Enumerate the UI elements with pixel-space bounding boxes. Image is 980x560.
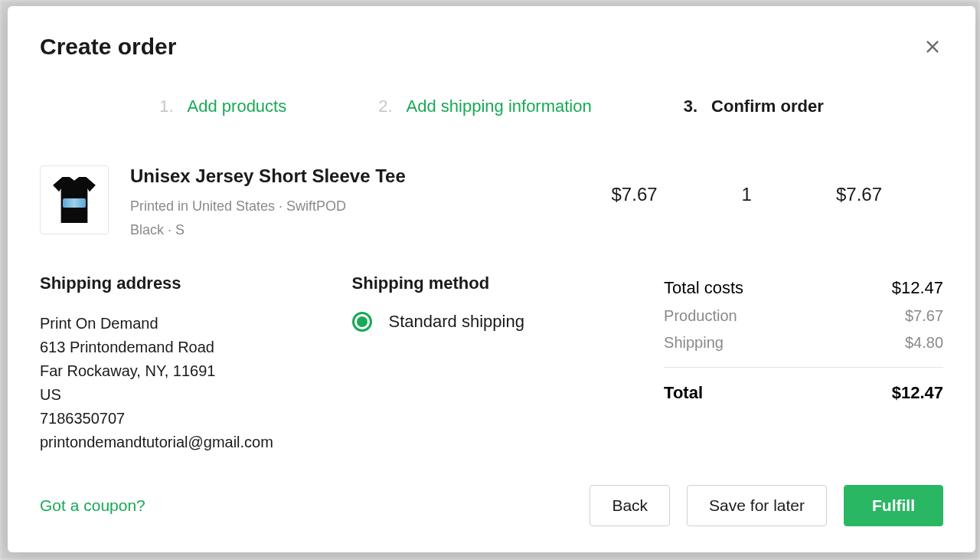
shipping-method-heading: Shipping method <box>352 273 619 293</box>
product-row: Unisex Jersey Short Sleeve Tee Printed i… <box>40 165 943 241</box>
step-add-shipping[interactable]: 2. Add shipping information <box>378 97 592 116</box>
address-city: Far Rockaway, NY, 11691 <box>40 359 306 383</box>
product-meta-variant: Black · S <box>130 218 590 242</box>
modal-header: Create order <box>40 34 943 60</box>
shipping-cost-label: Shipping <box>664 334 724 352</box>
address-lines: Print On Demand 613 Printondemand Road F… <box>40 312 306 454</box>
address-street: 613 Printondemand Road <box>40 336 306 359</box>
total-value: $12.47 <box>892 383 943 403</box>
product-pricing: $7.67 1 $7.67 <box>612 165 943 205</box>
address-phone: 7186350707 <box>40 407 306 431</box>
modal-title: Create order <box>40 34 176 60</box>
step-number: 2. <box>378 97 392 116</box>
step-number: 1. <box>159 97 173 116</box>
shipping-option-standard[interactable]: Standard shipping <box>352 312 619 332</box>
coupon-link[interactable]: Got a coupon? <box>40 496 145 515</box>
total-costs-label: Total costs <box>664 278 743 298</box>
unit-price: $7.67 <box>612 184 658 205</box>
total-costs-value: $12.47 <box>892 278 943 298</box>
step-confirm-order[interactable]: 3. Confirm order <box>684 97 824 116</box>
step-label: Confirm order <box>711 97 824 116</box>
step-number: 3. <box>684 97 697 116</box>
total-costs-row: Total costs $12.47 <box>664 273 943 303</box>
address-email: printondemandtutorial@gmail.com <box>40 431 306 454</box>
lower-section: Shipping address Print On Demand 613 Pri… <box>40 273 943 454</box>
step-add-products[interactable]: 1. Add products <box>159 97 286 116</box>
radio-selected-icon <box>352 312 372 332</box>
fulfill-button[interactable]: Fulfill <box>844 485 943 526</box>
product-name: Unisex Jersey Short Sleeve Tee <box>130 165 590 187</box>
save-for-later-button[interactable]: Save for later <box>687 485 827 526</box>
close-button[interactable] <box>922 36 943 57</box>
create-order-modal: Create order 1. Add products 2. Add ship… <box>8 6 975 552</box>
product-info: Unisex Jersey Short Sleeve Tee Printed i… <box>130 165 590 241</box>
address-country: US <box>40 383 306 407</box>
back-button[interactable]: Back <box>590 485 670 526</box>
shipping-cost-value: $4.80 <box>905 334 943 352</box>
modal-footer: Got a coupon? Back Save for later Fulfil… <box>40 485 943 526</box>
costs-col: Total costs $12.47 Production $7.67 Ship… <box>664 273 943 454</box>
shipping-address-col: Shipping address Print On Demand 613 Pri… <box>40 273 306 454</box>
production-label: Production <box>664 307 737 325</box>
shipping-row: Shipping $4.80 <box>664 329 943 356</box>
stepper: 1. Add products 2. Add shipping informat… <box>40 97 943 116</box>
quantity: 1 <box>742 184 752 205</box>
total-label: Total <box>664 383 703 403</box>
production-value: $7.67 <box>905 307 943 325</box>
production-row: Production $7.67 <box>664 303 943 329</box>
shipping-address-heading: Shipping address <box>40 273 306 293</box>
line-total: $7.67 <box>836 184 882 205</box>
close-icon <box>924 38 941 55</box>
product-thumbnail <box>40 165 109 234</box>
product-meta-print: Printed in United States · SwiftPOD <box>130 195 590 218</box>
shipping-method-col: Shipping method Standard shipping <box>352 273 619 454</box>
address-name: Print On Demand <box>40 312 306 336</box>
footer-buttons: Back Save for later Fulfill <box>590 485 943 526</box>
tshirt-icon <box>51 177 98 223</box>
cost-divider <box>664 367 943 368</box>
step-label: Add shipping information <box>407 97 592 116</box>
shipping-option-label: Standard shipping <box>389 312 524 332</box>
total-row: Total $12.47 <box>664 378 943 408</box>
step-label: Add products <box>188 97 287 116</box>
